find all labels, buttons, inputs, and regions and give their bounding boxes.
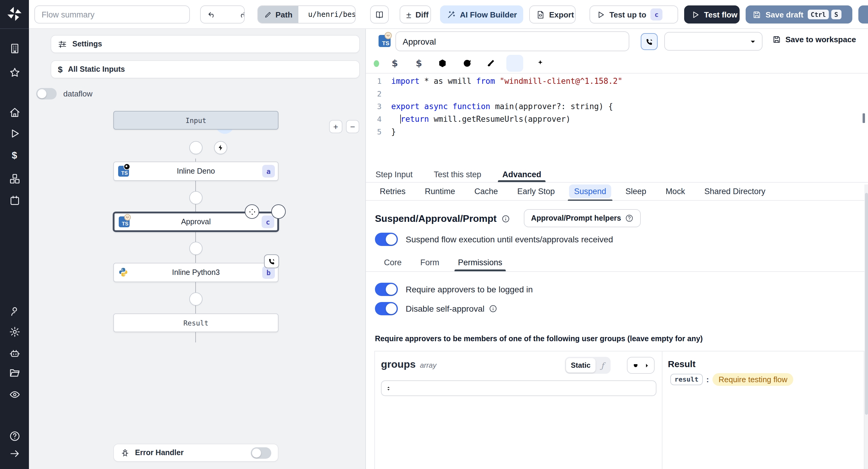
worker-tag-select[interactable] <box>664 32 763 51</box>
step-tabs: Step InputTest this stepAdvanced <box>366 166 868 183</box>
favorites-star-icon[interactable] <box>8 66 21 79</box>
play-icon <box>691 10 700 19</box>
graph-node-inline-deno[interactable]: TS Inline Deno a <box>113 162 278 181</box>
folders-icon[interactable] <box>8 367 21 379</box>
graph-node-result[interactable]: Result <box>113 313 278 332</box>
zoom-out-button[interactable]: − <box>346 120 359 133</box>
graph-node-inline-python[interactable]: Inline Python3 b <box>113 263 278 282</box>
runs-play-icon[interactable] <box>8 127 21 139</box>
permission-tab[interactable]: Core <box>384 253 402 271</box>
variables-dollar-icon[interactable]: $ <box>386 55 403 72</box>
save-to-workspace-button[interactable]: Save to workspace <box>772 35 856 44</box>
connect-input-button[interactable] <box>627 357 655 374</box>
save-draft-button[interactable]: Save draft CtrlS <box>746 5 852 24</box>
advanced-subtab[interactable]: Suspend <box>569 184 611 198</box>
zoom-in-button[interactable]: + <box>329 120 342 133</box>
help-circle-icon[interactable] <box>8 430 21 442</box>
permission-tab[interactable]: Permissions <box>458 253 502 271</box>
suspend-phone-button[interactable] <box>641 33 658 50</box>
undo-button[interactable] <box>201 6 223 23</box>
add-trigger-bolt-button[interactable] <box>214 141 227 154</box>
dataflow-toggle[interactable] <box>36 88 57 99</box>
result-row: result : Require testing flow <box>670 373 794 386</box>
ai-wand-selected-icon[interactable] <box>506 55 523 72</box>
groups-array-input[interactable] <box>381 380 656 396</box>
permission-tab[interactable]: Form <box>421 253 439 271</box>
advanced-subtab[interactable]: Runtime <box>420 184 460 198</box>
panel-scrollbar-track[interactable] <box>864 184 868 469</box>
static-mode-segmented-control[interactable]: Static ƒ <box>565 357 611 374</box>
schedules-calendar-icon[interactable] <box>8 194 21 206</box>
step-tab[interactable]: Step Input <box>375 166 413 182</box>
node-id-badge: c <box>261 216 274 228</box>
add-step-button[interactable] <box>189 292 203 306</box>
disable-self-approval-toggle[interactable] <box>375 302 398 315</box>
workspace-building-icon[interactable] <box>8 42 21 54</box>
home-icon[interactable] <box>8 106 21 118</box>
add-step-button[interactable] <box>189 242 203 255</box>
code-editor[interactable]: 1import * as wmill from "windmill-client… <box>366 73 868 166</box>
workers-robot-icon[interactable] <box>8 347 21 359</box>
resources-cubes-icon[interactable] <box>8 173 21 184</box>
export-button[interactable]: Export <box>529 5 576 24</box>
test-flow-button[interactable]: Test flow <box>684 5 740 24</box>
static-option[interactable]: Static <box>566 358 595 373</box>
redo-button[interactable] <box>231 6 245 23</box>
windmill-flow-editor: $ <box>0 0 868 469</box>
delete-step-button[interactable] <box>271 205 286 219</box>
chevron-down-icon <box>749 37 757 46</box>
result-separator: : <box>707 375 709 384</box>
error-handler-toggle[interactable] <box>251 447 271 459</box>
fx-expression-option[interactable]: ƒ <box>595 361 610 370</box>
path-button[interactable]: Path u/henri/bes <box>257 5 355 24</box>
library-icon[interactable] <box>844 55 861 72</box>
test-up-to-button[interactable]: Test up to c <box>590 5 678 24</box>
undo-icon <box>207 10 216 19</box>
resources-dollar-icon[interactable]: $ <box>410 55 427 72</box>
flow-summary-input[interactable] <box>34 5 190 24</box>
settings-gear-icon[interactable] <box>8 325 21 338</box>
all-static-inputs-button[interactable]: $ All Static Inputs <box>51 60 360 79</box>
step-tab[interactable]: Advanced <box>502 166 542 182</box>
flow-settings-button[interactable]: Settings <box>51 35 360 53</box>
diff-button[interactable]: ± Diff <box>400 5 431 24</box>
advanced-subtab[interactable]: Retries <box>375 184 410 198</box>
advanced-subtab[interactable]: Mock <box>661 184 690 198</box>
error-handler-row[interactable]: Error Handler <box>113 444 278 462</box>
step-tab[interactable]: Test this step <box>433 166 482 182</box>
format-brush-icon[interactable] <box>482 55 499 72</box>
ai-sparkles-off-icon[interactable] <box>532 55 549 72</box>
node-label: Approval <box>115 218 277 226</box>
add-step-button[interactable] <box>189 191 203 205</box>
plus-icon <box>192 245 199 252</box>
move-step-button[interactable] <box>245 205 259 219</box>
suspend-toggle[interactable] <box>375 233 398 246</box>
plug-icon <box>632 362 640 369</box>
arrows-move-icon <box>248 208 256 216</box>
advanced-subtab[interactable]: Sleep <box>621 184 651 198</box>
node-label: Result <box>114 319 278 327</box>
step-name-input[interactable] <box>396 31 629 51</box>
add-step-button[interactable] <box>189 141 203 154</box>
reload-refresh-icon[interactable] <box>459 55 475 72</box>
path-value: u/henri/bes <box>303 10 355 19</box>
advanced-subtab[interactable]: Shared Directory <box>700 184 770 198</box>
package-box-icon[interactable] <box>434 55 451 72</box>
ai-flow-builder-button[interactable]: AI Flow Builder <box>440 5 523 24</box>
audit-eye-icon[interactable] <box>8 388 21 400</box>
expand-arrow-icon[interactable] <box>8 447 21 459</box>
deploy-button-partial[interactable] <box>858 5 868 24</box>
panel-scrollbar-thumb[interactable] <box>865 193 868 415</box>
advanced-subtab[interactable]: Early Stop <box>513 184 560 198</box>
advanced-subtab[interactable]: Cache <box>470 184 503 198</box>
windmill-logo-icon[interactable] <box>6 5 23 22</box>
users-icon[interactable] <box>8 305 21 317</box>
require-logged-in-toggle[interactable] <box>375 283 398 296</box>
variables-dollar-icon[interactable]: $ <box>8 150 21 162</box>
docs-book-button[interactable] <box>370 5 389 24</box>
step-editor-panel: TS Save to workspace $ $ <box>365 29 868 469</box>
approval-prompt-helpers-button[interactable]: Approval/Prompt helpers <box>524 209 641 227</box>
result-key-badge: result <box>670 374 703 385</box>
graph-node-input[interactable]: Input <box>113 111 278 130</box>
save-draft-shortcut: CtrlS <box>808 10 841 19</box>
